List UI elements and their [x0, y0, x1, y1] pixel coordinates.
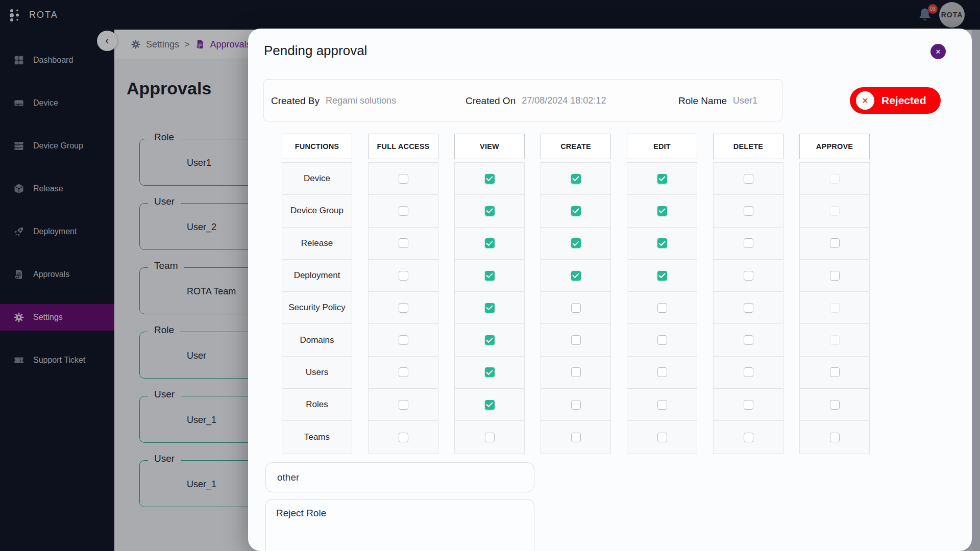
checkbox-device-group-delete[interactable]: [744, 206, 753, 216]
rejected-x-icon: ✕: [856, 91, 874, 110]
checkbox-cell: [627, 357, 697, 389]
checkbox-cell: [627, 260, 697, 292]
checkbox-cell: [714, 292, 783, 324]
checkbox-domains-delete[interactable]: [744, 335, 753, 345]
checkbox-teams-edit[interactable]: [657, 433, 667, 442]
column-header-edit: EDIT: [627, 134, 697, 159]
checkbox-device-full-access[interactable]: [399, 174, 408, 184]
checkbox-device-group-create[interactable]: [571, 206, 581, 216]
checkbox-device-group-full-access[interactable]: [399, 206, 408, 216]
permission-column-view: VIEW: [454, 134, 525, 454]
checkbox-users-approve[interactable]: [830, 367, 840, 377]
permission-column-full-access: FULL ACCESS: [368, 134, 438, 454]
checkbox-roles-edit[interactable]: [657, 400, 667, 410]
checkbox-cell: [800, 389, 869, 421]
checkbox-release-edit[interactable]: [657, 238, 667, 248]
checkbox-release-view[interactable]: [485, 238, 495, 248]
checkbox-cell: [369, 195, 438, 227]
checkbox-cell: [455, 163, 524, 195]
checkbox-cell: [541, 260, 610, 292]
checkbox-cell: [627, 228, 697, 260]
checkbox-domains-view[interactable]: [485, 335, 495, 345]
function-label-device-group: Device Group: [282, 195, 352, 227]
checkbox-roles-create[interactable]: [571, 400, 581, 410]
checkbox-domains-full-access[interactable]: [399, 335, 408, 345]
checkbox-cell: [800, 163, 869, 195]
checkbox-device-group-view[interactable]: [485, 206, 495, 216]
checkbox-cell: [455, 421, 524, 453]
checkbox-deployment-edit[interactable]: [657, 271, 667, 281]
checkbox-release-full-access[interactable]: [399, 238, 408, 248]
checkbox-device-view[interactable]: [485, 174, 495, 184]
scrollbar[interactable]: [972, 30, 980, 551]
checkbox-security-policy-delete[interactable]: [744, 303, 753, 313]
reject-reason-textarea[interactable]: Reject Role: [265, 499, 534, 551]
checkbox-device-delete[interactable]: [744, 174, 753, 184]
checkbox-device-group-edit[interactable]: [657, 206, 667, 216]
checkbox-cell: [627, 421, 697, 453]
other-input[interactable]: [265, 462, 534, 492]
checkbox-device-group-approve[interactable]: [830, 206, 840, 216]
checkbox-roles-approve[interactable]: [830, 400, 840, 410]
checkbox-release-delete[interactable]: [744, 238, 753, 248]
checkbox-security-policy-approve[interactable]: [830, 303, 840, 313]
checkbox-cell: [369, 292, 438, 324]
checkbox-cell: [714, 357, 783, 389]
checkbox-roles-delete[interactable]: [744, 400, 753, 410]
role-name-value: User1: [733, 95, 757, 106]
checkbox-device-edit[interactable]: [657, 174, 667, 184]
checkbox-roles-view[interactable]: [485, 400, 495, 410]
checkbox-device-create[interactable]: [571, 174, 581, 184]
functions-column: FUNCTIONSDeviceDevice GroupReleaseDeploy…: [282, 134, 352, 454]
checkbox-cell: [800, 260, 869, 292]
checkbox-domains-edit[interactable]: [657, 335, 667, 345]
checkbox-deployment-full-access[interactable]: [399, 271, 408, 281]
checkbox-cell: [714, 324, 783, 356]
checkbox-users-view[interactable]: [485, 367, 495, 377]
checkbox-cell: [714, 228, 783, 260]
checkbox-cell: [455, 324, 524, 356]
checkbox-security-policy-create[interactable]: [571, 303, 581, 313]
checkbox-users-edit[interactable]: [657, 367, 667, 377]
checkbox-cell: [541, 357, 610, 389]
functions-body: DeviceDevice GroupReleaseDeploymentSecur…: [282, 162, 352, 454]
checkbox-deployment-view[interactable]: [485, 271, 495, 281]
checkbox-deployment-approve[interactable]: [830, 271, 840, 281]
modal-title: Pending approval: [264, 43, 367, 59]
checkbox-cell: [369, 260, 438, 292]
created-on-value: 27/08/2024 18:02:12: [522, 95, 606, 106]
checkbox-release-create[interactable]: [571, 238, 581, 248]
checkbox-cell: [627, 324, 697, 356]
checkbox-cell: [369, 357, 438, 389]
checkbox-teams-create[interactable]: [571, 433, 581, 442]
checkbox-security-policy-edit[interactable]: [657, 303, 667, 313]
checkbox-cell: [627, 389, 697, 421]
checkbox-deployment-create[interactable]: [571, 271, 581, 281]
checkbox-users-delete[interactable]: [744, 367, 753, 377]
checkbox-roles-full-access[interactable]: [399, 400, 408, 410]
checkbox-security-policy-full-access[interactable]: [399, 303, 408, 313]
checkbox-users-create[interactable]: [571, 367, 581, 377]
created-on-group: Created On 27/08/2024 18:02:12: [465, 80, 606, 122]
checkbox-teams-view[interactable]: [485, 433, 495, 442]
checkbox-domains-create[interactable]: [571, 335, 581, 345]
function-label-roles: Roles: [282, 389, 352, 421]
checkbox-device-approve[interactable]: [830, 174, 840, 184]
checkbox-teams-approve[interactable]: [830, 433, 840, 442]
function-label-deployment: Deployment: [282, 260, 352, 292]
checkbox-security-policy-view[interactable]: [485, 303, 495, 313]
column-header-delete: DELETE: [713, 134, 783, 159]
role-name-label: Role Name: [678, 95, 727, 107]
checkbox-release-approve[interactable]: [830, 238, 840, 248]
created-on-label: Created On: [465, 95, 516, 107]
checkbox-deployment-delete[interactable]: [744, 271, 753, 281]
checkbox-cell: [714, 389, 783, 421]
checkbox-teams-full-access[interactable]: [399, 433, 408, 442]
close-button[interactable]: ✕: [930, 44, 946, 59]
created-by-group: Created By Regami solutions: [271, 80, 396, 122]
permission-column-edit: EDIT: [627, 134, 697, 454]
checkbox-domains-approve[interactable]: [830, 335, 840, 345]
checkbox-cell: [455, 389, 524, 421]
checkbox-teams-delete[interactable]: [744, 433, 753, 442]
checkbox-users-full-access[interactable]: [399, 367, 408, 377]
